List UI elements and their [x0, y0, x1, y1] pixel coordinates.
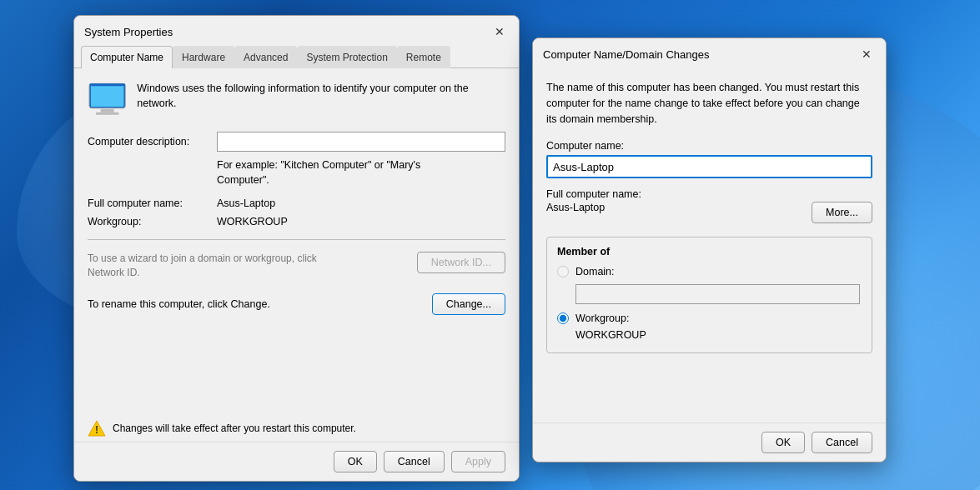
full-computer-name-row: Full computer name: Asus-Laptop: [88, 198, 505, 209]
member-of-title: Member of: [557, 246, 862, 258]
system-properties-dialog: System Properties ✕ Computer Name Hardwa…: [73, 15, 520, 482]
change-button[interactable]: Change...: [432, 293, 505, 315]
tab-computer-name[interactable]: Computer Name: [81, 46, 173, 68]
domain-computer-name-label: Computer name:: [546, 140, 872, 152]
workgroup-label: Workgroup:: [88, 216, 217, 228]
system-props-footer: OK Cancel Apply: [74, 442, 519, 481]
system-props-title: System Properties: [84, 26, 173, 38]
rename-section: To rename this computer, click Change. C…: [88, 293, 505, 315]
svg-rect-1: [91, 85, 123, 107]
workgroup-radio-input[interactable]: [557, 312, 569, 324]
header-description: Windows uses the following information t…: [137, 82, 505, 111]
domain-dialog-content: The name of this computer has been chang…: [533, 68, 886, 377]
workgroup-radio-value: WORKGROUP: [575, 329, 862, 341]
warning-section: ! Changes will take effect after you res…: [88, 419, 505, 438]
workgroup-radio-row: Workgroup:: [557, 312, 862, 324]
tab-advanced[interactable]: Advanced: [234, 46, 297, 68]
domain-dialog-footer: OK Cancel: [533, 422, 886, 462]
computer-description-input[interactable]: [217, 132, 505, 152]
domain-full-computer-name-label: Full computer name:: [546, 188, 641, 200]
separator-1: [88, 239, 505, 240]
domain-full-computer-name-value: Asus-Laptop: [546, 202, 641, 213]
computer-description-label: Computer description:: [88, 136, 217, 148]
rename-text: To rename this computer, click Change.: [88, 298, 270, 310]
domain-ok-button[interactable]: OK: [761, 432, 805, 453]
domain-computer-name-input[interactable]: [546, 155, 872, 178]
computer-name-header: Windows uses the following information t…: [88, 82, 505, 118]
svg-rect-4: [89, 83, 125, 86]
system-props-titlebar: System Properties ✕: [74, 16, 519, 46]
computer-name-field-group: Computer name:: [546, 140, 872, 188]
computer-description-row: Computer description:: [88, 132, 505, 152]
more-button[interactable]: More...: [812, 202, 872, 223]
domain-radio-row: Domain:: [557, 266, 862, 278]
svg-rect-3: [96, 112, 119, 115]
system-props-content: Windows uses the following information t…: [74, 68, 519, 342]
tab-bar: Computer Name Hardware Advanced System P…: [74, 46, 519, 68]
domain-dialog-close-button[interactable]: ✕: [857, 45, 876, 63]
tab-system-protection[interactable]: System Protection: [297, 46, 396, 68]
system-props-close-button[interactable]: ✕: [490, 22, 509, 41]
system-props-apply-button[interactable]: Apply: [451, 451, 505, 472]
domain-dialog-titlebar: Computer Name/Domain Changes ✕: [533, 38, 886, 68]
computer-description-hint: For example: "Kitchen Computer" or "Mary…: [217, 158, 505, 188]
workgroup-value: WORKGROUP: [217, 216, 288, 228]
full-name-and-more-row: Full computer name: Asus-Laptop More...: [546, 188, 872, 225]
domain-full-computer-name-group: Full computer name: Asus-Laptop: [546, 188, 641, 225]
workgroup-radio-label[interactable]: Workgroup:: [575, 312, 629, 324]
tab-remote[interactable]: Remote: [397, 46, 450, 68]
full-computer-name-label: Full computer name:: [88, 198, 217, 209]
warning-text: Changes will take effect after you resta…: [113, 422, 356, 434]
warning-icon: !: [88, 419, 106, 438]
member-of-section: Member of Domain: Workgroup: WORKGROUP: [546, 237, 872, 353]
wizard-section: To use a wizard to join a domain or work…: [88, 252, 505, 280]
monitor-icon: [88, 82, 127, 118]
domain-input-row: [557, 284, 862, 304]
workgroup-row: Workgroup: WORKGROUP: [88, 216, 505, 228]
domain-cancel-button[interactable]: Cancel: [812, 432, 872, 453]
domain-notice-text: The name of this computer has been chang…: [546, 80, 872, 127]
tab-hardware[interactable]: Hardware: [173, 46, 234, 68]
system-props-cancel-button[interactable]: Cancel: [384, 451, 445, 472]
system-props-ok-button[interactable]: OK: [334, 451, 377, 472]
domain-radio-input[interactable]: [557, 266, 569, 278]
full-computer-name-value: Asus-Laptop: [217, 198, 275, 209]
domain-changes-dialog: Computer Name/Domain Changes ✕ The name …: [532, 38, 887, 462]
domain-radio-label[interactable]: Domain:: [575, 266, 615, 278]
network-id-button[interactable]: Network ID...: [417, 252, 505, 273]
svg-rect-2: [101, 109, 114, 112]
domain-dialog-title: Computer Name/Domain Changes: [543, 48, 709, 61]
domain-input-field[interactable]: [575, 284, 860, 304]
wizard-text: To use a wizard to join a domain or work…: [88, 252, 407, 280]
svg-text:!: !: [95, 424, 98, 436]
